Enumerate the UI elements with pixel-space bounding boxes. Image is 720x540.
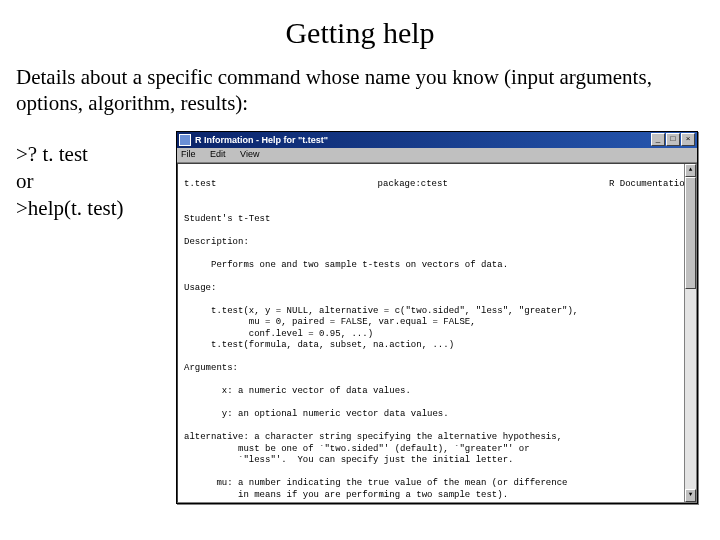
help-usage-text: t.test(x, y = NULL, alternative = c("two… [184,306,578,351]
r-app-icon [179,134,191,146]
help-desc-text: Performs one and two sample t-tests on v… [184,260,508,270]
help-arg-y: y: an optional numeric vector data value… [184,409,449,419]
help-package: package:ctest [378,179,448,191]
slide-subtitle: Details about a specific command whose n… [16,64,704,117]
command-examples: >? t. test or >help(t. test) [16,131,166,223]
menu-view[interactable]: View [240,149,259,159]
scroll-up-button[interactable]: ▲ [685,164,696,177]
menu-file[interactable]: File [181,149,196,159]
menu-edit[interactable]: Edit [210,149,226,159]
help-arg-x: x: a numeric vector of data values. [184,386,411,396]
scroll-track[interactable] [685,177,696,489]
close-button[interactable]: × [681,133,695,146]
window-titlebar[interactable]: R Information - Help for "t.test" _ □ × [177,132,697,148]
help-usage-header: Usage: [184,283,216,293]
help-args-header: Arguments: [184,363,238,373]
slide-title: Getting help [16,16,704,50]
maximize-button[interactable]: □ [666,133,680,146]
help-fn-name: t.test [184,179,216,191]
window-title: R Information - Help for "t.test" [195,135,651,145]
menu-bar: File Edit View [177,148,697,163]
help-topic-heading: Student's t-Test [184,214,270,224]
scroll-down-button[interactable]: ▼ [685,489,696,502]
help-content: t.testpackage:ctestR Documentation Stude… [177,163,697,503]
help-desc-header: Description: [184,237,249,247]
help-docref: R Documentation [609,179,690,191]
vertical-scrollbar[interactable]: ▲ ▼ [684,164,696,502]
help-arg-mu: mu: a number indicating the true value o… [184,478,567,500]
help-arg-alternative: alternative: a character string specifyi… [184,432,562,465]
r-help-window: R Information - Help for "t.test" _ □ × … [176,131,698,504]
scroll-thumb[interactable] [685,177,696,289]
minimize-button[interactable]: _ [651,133,665,146]
